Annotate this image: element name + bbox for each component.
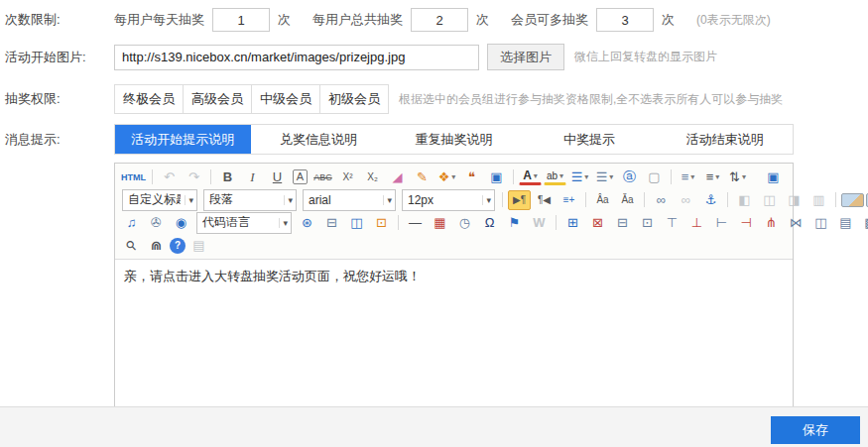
font-size-value: 12px [408, 193, 434, 207]
paragraph-format-select[interactable]: 段落▾ [203, 189, 297, 211]
member-group-button[interactable]: 初级会员 [319, 84, 389, 114]
insert-music-icon[interactable]: ♫ [120, 213, 143, 233]
format-brush-icon[interactable]: ✎ [411, 168, 434, 187]
bullet-list-icon[interactable]: ☰▾ [593, 168, 616, 187]
font-size-select[interactable]: 12px▾ [402, 189, 495, 211]
new-page-icon[interactable]: ▢ [643, 168, 666, 187]
insert-map-icon[interactable]: ⚑ [503, 213, 526, 233]
insert-table-icon[interactable]: ⊞ [561, 213, 584, 233]
delete-table-icon[interactable]: ⊠ [586, 213, 609, 233]
align-icon[interactable]: ≡▾ [701, 168, 724, 187]
insert-image-icon[interactable] [841, 193, 864, 207]
snippet-icon[interactable]: ⊡ [370, 213, 393, 233]
insert-col-right-icon[interactable]: ⊣ [735, 213, 758, 233]
paste-as-text-icon[interactable]: ▣ [485, 168, 508, 187]
message-tab-1[interactable]: 活动开始提示说明 [115, 125, 251, 154]
delete-row-icon[interactable]: ⋔ [760, 213, 783, 233]
paragraph-format-value: 段落 [209, 191, 233, 208]
font-family-select[interactable]: arial▾ [303, 189, 396, 211]
split-cells-icon[interactable]: ◫ [809, 213, 832, 233]
save-button[interactable]: 保存 [771, 416, 860, 444]
limit-count-input[interactable] [212, 8, 270, 32]
highlight-color-icon[interactable]: ab▾ [544, 168, 566, 185]
to-uppercase-icon[interactable]: Âa [591, 190, 614, 210]
attachment-icon[interactable]: ✇ [145, 213, 168, 233]
named-anchor-icon[interactable]: ⓐ [618, 168, 641, 187]
bold-icon[interactable]: B [216, 168, 239, 187]
start-image-url-input[interactable] [114, 45, 479, 70]
fullscreen-icon[interactable]: ▣ [762, 168, 785, 187]
limit-field-label: 每用户每天抽奖 [114, 11, 204, 29]
member-group-button[interactable]: 高级会员 [183, 84, 252, 114]
indent-icon[interactable]: ≡▾ [677, 168, 699, 187]
direction-ltr-icon[interactable]: ▶¶ [508, 190, 531, 210]
message-tab-3[interactable]: 重复抽奖说明 [386, 125, 522, 154]
subscript-icon[interactable]: X₂ [361, 168, 384, 187]
toolbar-separator [513, 169, 514, 184]
insert-time-icon[interactable]: ◷ [453, 213, 476, 233]
font-color-icon[interactable]: A▾ [519, 168, 542, 185]
insert-row-below-icon[interactable]: ⊥ [685, 213, 708, 233]
limit-count-input[interactable] [596, 8, 654, 32]
insert-link-icon[interactable]: ∞ [650, 190, 673, 210]
merge-cells-icon[interactable]: ⋈ [785, 213, 807, 233]
code-language-select[interactable]: 代码语言▾ [196, 212, 292, 234]
insert-code-icon[interactable]: ⊛ [296, 213, 318, 233]
help-icon[interactable]: ? [170, 238, 186, 254]
img-align-bottom-icon[interactable]: ▥ [807, 190, 830, 210]
strikethrough-icon[interactable]: ABC [311, 168, 334, 187]
limit-count-input[interactable] [411, 8, 468, 32]
insert-row-above-icon[interactable]: ⊤ [661, 213, 683, 233]
img-align-left-icon[interactable]: ◧ [733, 190, 756, 210]
blockquote-icon[interactable]: ❝ [460, 168, 483, 187]
direction-rtl-icon[interactable]: ¶◀ [533, 190, 556, 210]
img-align-right-icon[interactable]: ◨ [783, 190, 806, 210]
paste-icon[interactable]: ▤ [187, 236, 210, 256]
heading-style-select[interactable]: 自定义标题▾ [122, 189, 197, 211]
find-replace-icon[interactable]: ⋒ [145, 236, 168, 256]
toolbar-separator [502, 192, 503, 207]
auto-typeset-icon[interactable]: ❖▾ [435, 168, 458, 187]
toolbar-row: ⚲⋒?▤ [118, 234, 790, 257]
underline-icon[interactable]: U [266, 168, 289, 187]
html-source-icon[interactable]: HTML [120, 168, 147, 187]
page-break-icon[interactable]: ⊟ [320, 213, 343, 233]
redo-icon[interactable]: ↷ [183, 168, 205, 187]
columns-icon[interactable]: ◫ [345, 213, 368, 233]
paragraph-settings-icon[interactable]: ≡+ [558, 190, 580, 210]
message-row: 消息提示: 活动开始提示说明兑奖信息说明重复抽奖说明中奖提示活动结束说明 [5, 124, 868, 155]
toolbar-separator [210, 169, 211, 184]
anchor-icon[interactable]: ⚓ [699, 190, 722, 210]
italic-icon[interactable]: I [241, 168, 264, 187]
member-group-button[interactable]: 终极会员 [114, 84, 184, 114]
member-group-buttons: 终极会员高级会员中级会员初级会员 [114, 84, 389, 114]
char-border-icon[interactable]: A [293, 169, 308, 184]
img-align-center-icon[interactable]: ◫ [758, 190, 781, 210]
message-tab-5[interactable]: 活动结束说明 [657, 125, 793, 154]
insert-date-icon[interactable]: ▦ [429, 213, 451, 233]
insert-flash-icon[interactable]: ◉ [170, 213, 192, 233]
member-group-button[interactable]: 中级会员 [251, 84, 320, 114]
preview-icon[interactable]: ⚲ [116, 230, 146, 260]
table-head-icon[interactable]: ▤ [834, 213, 857, 233]
ordered-list-icon[interactable]: ☰▾ [568, 168, 591, 187]
word-paste-icon[interactable]: W [528, 213, 551, 233]
editor-content-area[interactable]: 亲，请点击进入大转盘抽奖活动页面，祝您好运哦！ [115, 260, 793, 406]
horizontal-rule-icon[interactable]: — [404, 213, 427, 233]
unlink-icon[interactable]: ∞ [675, 190, 697, 210]
toolbar-separator [671, 169, 672, 184]
choose-image-button[interactable]: 选择图片 [487, 44, 564, 70]
message-tab-2[interactable]: 兑奖信息说明 [251, 125, 387, 154]
cell-properties-icon[interactable]: ⊡ [636, 213, 659, 233]
undo-icon[interactable]: ↶ [158, 168, 181, 187]
insert-col-left-icon[interactable]: ⊢ [710, 213, 733, 233]
superscript-icon[interactable]: X² [336, 168, 359, 187]
message-tab-4[interactable]: 中奖提示 [522, 125, 658, 154]
table-grid-icon[interactable]: ▩ [859, 213, 868, 233]
to-lowercase-icon[interactable]: Ǎa [616, 190, 639, 210]
remove-format-icon[interactable]: ◢ [386, 168, 409, 187]
special-char-icon[interactable]: Ω [478, 213, 501, 233]
table-properties-icon[interactable]: ⊟ [611, 213, 634, 233]
line-height-icon[interactable]: ⇅▾ [726, 168, 749, 187]
chevron-down-icon: ▾ [609, 168, 613, 186]
